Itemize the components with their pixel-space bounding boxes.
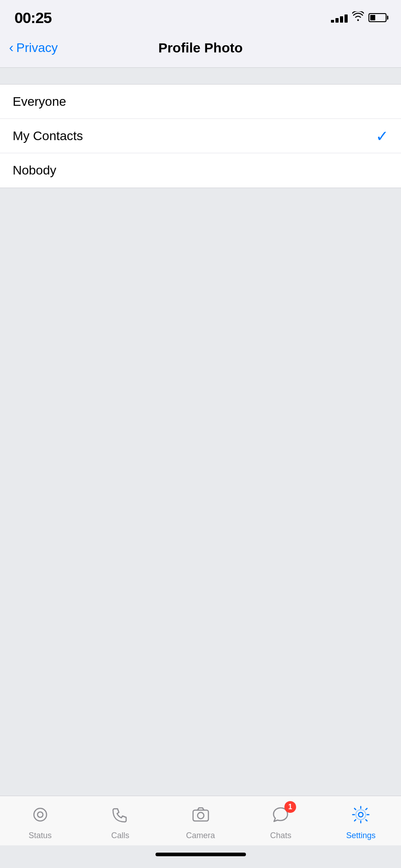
option-nobody[interactable]: Nobody (0, 153, 401, 188)
back-chevron-icon: ‹ (9, 41, 14, 54)
svg-point-5 (356, 810, 366, 820)
camera-icon (191, 805, 210, 826)
option-my-contacts-label: My Contacts (13, 129, 83, 143)
calls-icon (111, 805, 130, 826)
option-everyone-label: Everyone (13, 94, 66, 109)
tab-calls-label: Calls (111, 831, 129, 840)
svg-point-3 (198, 812, 204, 819)
settings-icon (351, 805, 370, 826)
battery-icon (368, 13, 387, 22)
home-indicator (0, 845, 401, 868)
tab-status[interactable]: Status (0, 803, 80, 840)
main-content (0, 188, 401, 796)
tab-bar: Status Calls Camera (0, 796, 401, 845)
tab-camera-label: Camera (186, 831, 215, 840)
tab-settings-label: Settings (346, 831, 376, 840)
status-icon (31, 805, 50, 826)
status-icons (331, 11, 387, 24)
back-label: Privacy (16, 41, 58, 55)
page-title: Profile Photo (158, 40, 243, 56)
header-spacer (0, 68, 401, 84)
svg-point-1 (38, 812, 43, 817)
svg-rect-2 (193, 810, 208, 821)
tab-chats-label: Chats (270, 831, 291, 840)
home-bar (156, 853, 246, 856)
wifi-icon (352, 11, 364, 24)
tab-calls[interactable]: Calls (80, 803, 160, 840)
tab-status-label: Status (28, 831, 52, 840)
options-list: Everyone My Contacts ✓ Nobody (0, 84, 401, 188)
checkmark-icon: ✓ (376, 127, 388, 145)
tab-chats[interactable]: 1 Chats (241, 803, 321, 840)
status-bar: 00:25 (0, 0, 401, 32)
svg-point-4 (359, 812, 363, 817)
chats-badge: 1 (284, 801, 296, 813)
nav-header: ‹ Privacy Profile Photo (0, 32, 401, 68)
option-everyone[interactable]: Everyone (0, 85, 401, 119)
option-nobody-label: Nobody (13, 163, 57, 178)
tab-camera[interactable]: Camera (160, 803, 241, 840)
svg-point-0 (34, 808, 47, 821)
back-button[interactable]: ‹ Privacy (9, 41, 58, 55)
status-time: 00:25 (14, 9, 52, 27)
signal-icon (331, 13, 348, 23)
option-my-contacts[interactable]: My Contacts ✓ (0, 119, 401, 153)
tab-settings[interactable]: Settings (321, 803, 401, 840)
